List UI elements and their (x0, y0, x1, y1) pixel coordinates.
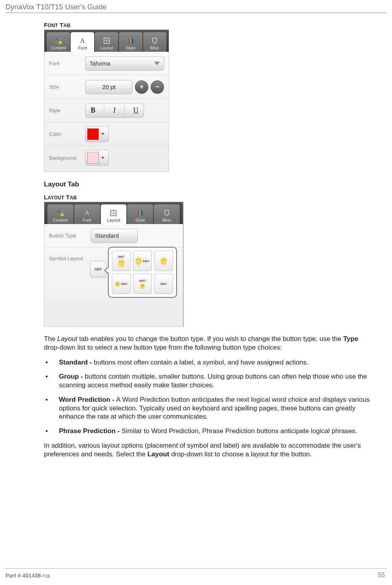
tab-label: Font (83, 218, 91, 222)
smiley-icon (140, 283, 145, 289)
font-tab-caption: FONT TAB (44, 22, 374, 28)
tab-content-2[interactable]: Content (47, 204, 73, 224)
divider (124, 106, 125, 115)
bullet-phrase-prediction: • Phrase Prediction - Similar to Word Pr… (44, 427, 374, 436)
tab-label: Style (126, 46, 135, 50)
font-label: Font (44, 60, 85, 66)
layout-tab-heading: Layout Tab (44, 180, 374, 188)
svg-rect-13 (61, 213, 64, 216)
bg-label: Background (44, 155, 85, 161)
layout-tab-caption: LAYOUT TAB (44, 194, 374, 200)
layout-opt-6[interactable]: ABC (154, 273, 173, 294)
bold-button[interactable]: B (89, 106, 97, 115)
layout-icon (109, 209, 117, 217)
smiley-icon (135, 257, 142, 265)
tab-content[interactable]: Content (47, 32, 70, 52)
font-icon: A (83, 209, 91, 217)
style-icon (136, 209, 144, 217)
bg-picker[interactable] (85, 150, 109, 166)
content-icon (57, 209, 64, 217)
layout-opt-3[interactable] (154, 251, 173, 271)
caret-icon (101, 133, 104, 135)
tab-layout[interactable]: Layout (95, 32, 118, 52)
layout-tab-screenshot: Content A Font Layout Style (44, 202, 184, 327)
color-label: Color (44, 131, 85, 137)
tab-label: Content (51, 46, 66, 50)
svg-rect-11 (61, 210, 64, 213)
color-picker[interactable] (85, 126, 109, 142)
row-size: Size 20 pt + − (44, 75, 169, 99)
bg-swatch (87, 152, 99, 164)
divider (104, 106, 104, 115)
smiley-icon (160, 257, 167, 265)
size-label: Size (44, 84, 85, 90)
decrease-button[interactable]: − (151, 80, 164, 94)
svg-rect-2 (55, 41, 58, 44)
caret-icon (101, 157, 104, 159)
svg-rect-0 (55, 38, 58, 40)
footer-part-number: Part # 401438-T15 (5, 572, 50, 579)
svg-rect-19 (141, 210, 142, 216)
tab-layout-2[interactable]: Layout (101, 204, 127, 224)
button-type-dropdown[interactable]: Standard (91, 229, 138, 243)
tab-label: Layout (100, 46, 113, 50)
color-swatch (87, 128, 99, 140)
row-button-type: Button Type Standard (44, 224, 183, 248)
style-label: Style (44, 108, 85, 113)
svg-rect-18 (140, 210, 141, 216)
underline-button[interactable]: U (132, 106, 140, 115)
tab-style[interactable]: Style (119, 32, 142, 52)
tab-misc[interactable]: Misc (143, 32, 166, 52)
content-icon (55, 37, 62, 45)
row-font: Font Tahoma (44, 52, 169, 75)
svg-rect-12 (57, 213, 60, 216)
tab-label: Content (53, 218, 68, 222)
bullet-standard: • Standard - buttons most often contain … (44, 358, 374, 367)
font-value: Tahoma (89, 60, 110, 67)
svg-rect-8 (130, 38, 131, 44)
tab-label: Layout (107, 218, 120, 222)
footer-rule (5, 568, 387, 569)
layout-opt-5[interactable]: ABC (133, 273, 152, 294)
bullet-list: • Standard - buttons most often contain … (44, 358, 374, 436)
layout-opt-1[interactable]: ABC (112, 251, 131, 271)
style-icon (127, 37, 135, 45)
minus-icon: − (155, 83, 160, 91)
size-value: 20 pt (102, 84, 115, 90)
smiley-icon (118, 259, 124, 267)
misc-icon (151, 37, 159, 45)
style-toggle-group: B I U (85, 104, 144, 118)
button-type-value: Standard (95, 232, 119, 239)
tab-font-2[interactable]: A Font (74, 204, 100, 224)
increase-button[interactable]: + (135, 80, 148, 94)
layout-opt-2[interactable]: ABC (133, 251, 152, 271)
symbol-btn-text: ABC (94, 267, 102, 271)
button-type-label: Button Type (44, 233, 91, 239)
row-style: Style B I U (44, 99, 169, 122)
size-value-box[interactable]: 20 pt (85, 80, 133, 94)
tab-label: Misc (150, 46, 159, 50)
svg-rect-17 (138, 210, 139, 216)
tab-misc-2[interactable]: Misc (154, 204, 180, 224)
svg-rect-3 (59, 41, 62, 44)
tab-style-2[interactable]: Style (127, 204, 153, 224)
tab-bar: Content A Font Layout Style (44, 30, 169, 52)
font-dropdown[interactable]: Tahoma (85, 56, 164, 71)
doc-header-title: DynaVox T10/T15 User's Guide (5, 3, 107, 11)
font-tab-screenshot: Content A Font Layout Style (44, 29, 169, 172)
font-icon: A (78, 37, 86, 45)
svg-rect-10 (57, 210, 60, 213)
misc-icon (163, 209, 171, 217)
tab-font[interactable]: A Font (71, 32, 94, 52)
paragraph-1: The Layout tab enables you to change the… (44, 335, 374, 352)
tab-label: Style (135, 218, 145, 222)
tab-label: Misc (162, 218, 171, 222)
smiley-icon (115, 281, 120, 287)
tab-bar-2: Content A Font Layout Style (44, 202, 183, 224)
italic-button[interactable]: I (111, 106, 117, 115)
layout-opt-4[interactable]: ABC (112, 273, 131, 294)
chevron-down-icon (154, 62, 160, 65)
svg-rect-7 (128, 38, 129, 44)
bullet-word-prediction: • Word Prediction - A Word Prediction bu… (44, 395, 374, 421)
footer-page-number: 55 (378, 572, 385, 579)
